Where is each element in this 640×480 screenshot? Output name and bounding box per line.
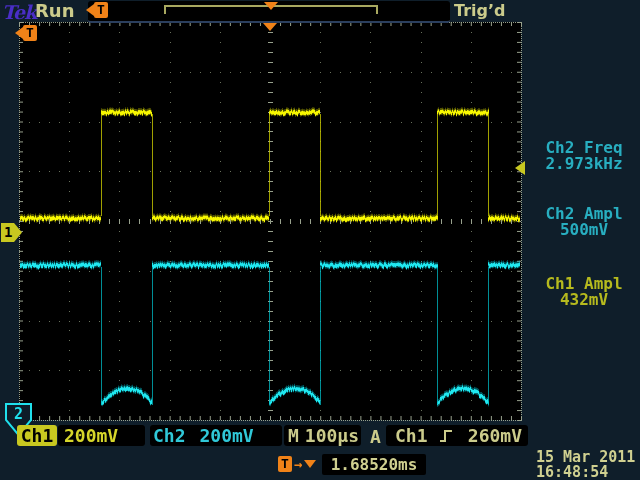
right-arrow-icon: → xyxy=(294,456,302,472)
ch2-scale-value: 200mV xyxy=(200,425,254,446)
offscreen-trigger-indicator: T xyxy=(15,25,37,41)
trigger-level-arrow-icon xyxy=(515,161,525,175)
ch2-label: Ch2 xyxy=(153,425,186,446)
oscilloscope-screen: Tek Run T Trig’d T 1 2 Ch2 Freq 2.973kHz… xyxy=(0,0,640,480)
measurement-value: 2.973kHz xyxy=(528,156,640,172)
acquisition-state: Run xyxy=(35,0,75,21)
trigger-source: Ch1 xyxy=(395,425,428,446)
record-trigger-marker-icon xyxy=(264,2,278,10)
timebase-label: M xyxy=(288,425,299,446)
measurement-ch2-freq: Ch2 Freq 2.973kHz xyxy=(528,140,640,172)
timebase-segment: M 100µs xyxy=(284,425,361,446)
trigger-t-icon: T xyxy=(94,2,108,18)
trigger-level-value: 260mV xyxy=(468,425,522,446)
left-arrow-icon xyxy=(86,4,94,16)
trigger-delay-icon: T → xyxy=(278,456,316,472)
ch2-scale-segment: Ch2 200mV xyxy=(150,425,282,446)
ch1-scale-badge: Ch1 xyxy=(17,425,57,446)
ch1-scale-value: 200mV xyxy=(64,425,118,446)
bracket-right-cap xyxy=(376,5,378,14)
horizontal-trigger-position-icon xyxy=(263,23,277,31)
ch1-scale-segment: 200mV xyxy=(58,425,145,446)
bracket-left-cap xyxy=(164,5,166,14)
down-triangle-icon xyxy=(304,460,316,468)
graticule-and-waveforms xyxy=(0,0,640,480)
trigger-status: Trig’d xyxy=(454,1,506,20)
trigger-segment: Ch1 260mV xyxy=(386,425,528,446)
measurement-ch2-ampl: Ch2 Ampl 500mV xyxy=(528,206,640,238)
datetime-readout: 15 Mar 2011 16:48:54 xyxy=(536,450,635,480)
measurement-value: 500mV xyxy=(528,222,640,238)
measurement-ch1-ampl: Ch1 Ampl 432mV xyxy=(528,276,640,308)
rising-edge-icon xyxy=(438,428,454,444)
trigger-t-icon: T xyxy=(278,456,292,472)
timebase-value: 100µs xyxy=(305,425,359,446)
trigger-t-icon: T xyxy=(23,25,37,41)
left-arrow-icon xyxy=(15,27,23,39)
svg-text:2: 2 xyxy=(14,405,23,423)
trigger-position-readout: 1.68520ms xyxy=(322,454,426,475)
time-value: 16:48:54 xyxy=(536,465,635,480)
tek-logo: Tek xyxy=(2,1,36,23)
trigger-position-icon: T xyxy=(86,2,108,18)
measurement-value: 432mV xyxy=(528,292,640,308)
acquire-mode-label: A xyxy=(370,426,381,447)
